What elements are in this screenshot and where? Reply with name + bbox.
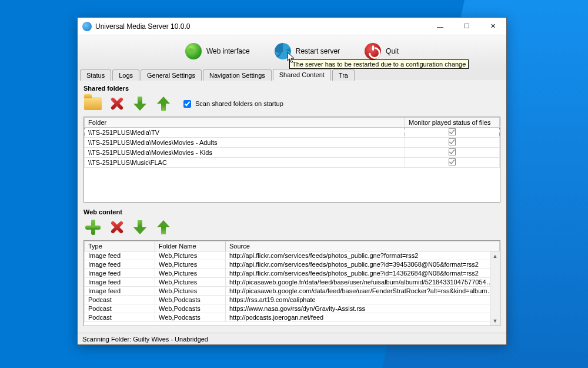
cell-folder[interactable]: Web,Podcasts <box>155 313 226 322</box>
minimize-button[interactable]: — <box>427 18 453 35</box>
scroll-up-button[interactable]: ▲ <box>491 251 500 261</box>
x-icon <box>108 95 125 112</box>
col-folder[interactable]: Folder <box>85 118 405 128</box>
folder-icon <box>84 97 102 110</box>
cell-folder[interactable]: Web,Pictures <box>155 260 226 269</box>
move-up-button[interactable] <box>154 94 173 113</box>
tab-shared-content[interactable]: Shared Content <box>273 69 331 81</box>
scan-on-startup-label: Scan shared folders on startup <box>195 100 283 107</box>
cell-type[interactable]: Podcast <box>85 304 155 313</box>
web-content-table[interactable]: Type Folder Name Source Image feedWeb,Pi… <box>83 240 500 326</box>
tooltip: The server has to be restarted due to a … <box>289 59 469 69</box>
scrollbar[interactable]: ▲ ▼ <box>490 251 500 326</box>
web-content-label: Web content <box>83 208 500 216</box>
table-row[interactable]: Image feedWeb,Pictureshttp://picasaweb.g… <box>85 278 500 287</box>
tab-general-settings[interactable]: General Settings <box>141 69 202 81</box>
cell-source[interactable]: https://rss.art19.com/caliphate <box>226 296 500 304</box>
cell-folder[interactable]: Web,Pictures <box>155 251 226 260</box>
monitor-checkbox[interactable] <box>405 158 500 168</box>
cell-folder[interactable]: Web,Pictures <box>155 287 226 296</box>
add-web-button[interactable] <box>83 218 102 237</box>
add-folder-button[interactable] <box>83 94 102 113</box>
titlebar[interactable]: Universal Media Server 10.0.0 — ☐ ✕ <box>78 18 506 35</box>
quit-button[interactable]: Quit <box>361 41 402 62</box>
cell-source[interactable]: http://picasaweb.google.com/data/feed/ba… <box>226 287 500 296</box>
web-interface-button[interactable]: Web interface <box>182 41 253 62</box>
tab-navigation-settings[interactable]: Navigation Settings <box>203 69 272 81</box>
cell-folder[interactable]: Web,Pictures <box>155 278 226 287</box>
table-row[interactable]: Image feedWeb,Pictureshttp://api.flickr.… <box>85 251 500 260</box>
cell-source[interactable]: http://api.flickr.com/services/feeds/pho… <box>226 260 500 269</box>
restart-server-button[interactable]: Restart server <box>271 41 343 62</box>
refresh-icon <box>275 43 291 59</box>
monitor-checkbox[interactable] <box>405 148 500 158</box>
window-title: Universal Media Server 10.0.0 <box>95 22 427 31</box>
web-interface-label: Web interface <box>206 47 250 55</box>
app-window: Universal Media Server 10.0.0 — ☐ ✕ Web … <box>77 17 507 345</box>
statusbar: Scanning Folder: Guilty Wives - Unabridg… <box>78 333 506 344</box>
shared-folders-table[interactable]: Folder Monitor played status of files \\… <box>83 117 500 203</box>
cell-folder[interactable]: Web,Podcasts <box>155 296 226 304</box>
x-icon <box>108 219 125 236</box>
remove-web-button[interactable] <box>107 218 126 237</box>
table-row[interactable]: PodcastWeb,Podcastshttps://rss.art19.com… <box>85 296 500 304</box>
table-row[interactable]: \\TS-251PLUS\Media\Movies\Movies - Adult… <box>85 138 500 148</box>
web-content-toolbar <box>83 218 500 237</box>
arrow-up-icon <box>156 95 171 112</box>
app-icon <box>82 22 92 31</box>
col-type[interactable]: Type <box>85 241 155 251</box>
folder-path[interactable]: \\TS-251PLUS\Media\Movies\Movies - Kids <box>85 148 405 158</box>
tab-bar: Status Logs General Settings Navigation … <box>78 67 506 80</box>
col-folder-name[interactable]: Folder Name <box>155 241 226 251</box>
cell-type[interactable]: Image feed <box>85 269 155 278</box>
folder-path[interactable]: \\TS-251PLUS\Music\FLAC <box>85 158 405 168</box>
table-row[interactable]: PodcastWeb,Podcastshttp://podcasts.joero… <box>85 313 500 322</box>
scroll-down-button[interactable]: ▼ <box>491 316 500 326</box>
maximize-button[interactable]: ☐ <box>453 18 480 35</box>
cell-source[interactable]: http://podcasts.joerogan.net/feed <box>226 313 500 322</box>
globe-icon <box>185 43 202 59</box>
cell-source[interactable]: http://api.flickr.com/services/feeds/pho… <box>226 251 500 260</box>
cell-source[interactable]: http://api.flickr.com/services/feeds/pho… <box>226 269 500 278</box>
cell-type[interactable]: Image feed <box>85 278 155 287</box>
table-row[interactable]: PodcastWeb,Podcastshttps://www.nasa.gov/… <box>85 304 500 313</box>
col-monitor[interactable]: Monitor played status of files <box>405 118 500 128</box>
cell-type[interactable]: Image feed <box>85 260 155 269</box>
cell-folder[interactable]: Web,Podcasts <box>155 304 226 313</box>
close-button[interactable]: ✕ <box>480 18 506 35</box>
cell-type[interactable]: Image feed <box>85 251 155 260</box>
folder-path[interactable]: \\TS-251PLUS\Media\TV <box>85 128 405 138</box>
table-row[interactable]: Image feedWeb,Pictureshttp://picasaweb.g… <box>85 287 500 296</box>
restart-label: Restart server <box>296 47 340 55</box>
tab-logs[interactable]: Logs <box>112 69 139 81</box>
cell-type[interactable]: Podcast <box>85 313 155 322</box>
web-move-down-button[interactable] <box>131 218 149 237</box>
table-row[interactable]: Image feedWeb,Pictureshttp://api.flickr.… <box>85 260 500 269</box>
table-row[interactable]: Image feedWeb,Pictureshttp://api.flickr.… <box>85 269 500 278</box>
monitor-checkbox[interactable] <box>405 128 500 138</box>
cell-folder[interactable]: Web,Pictures <box>155 269 226 278</box>
scan-on-startup-input[interactable] <box>183 100 191 108</box>
cell-type[interactable]: Image feed <box>85 287 155 296</box>
table-row[interactable]: \\TS-251PLUS\Music\FLAC <box>85 158 500 168</box>
cell-type[interactable]: Podcast <box>85 296 155 304</box>
status-text: Scanning Folder: Guilty Wives - Unabridg… <box>82 336 208 343</box>
shared-folders-label: Shared folders <box>83 85 500 92</box>
power-icon <box>365 43 381 59</box>
table-row[interactable]: \\TS-251PLUS\Media\TV <box>85 128 500 138</box>
cell-source[interactable]: http://picasaweb.google.fr/data/feed/bas… <box>226 278 500 287</box>
tab-transcoding[interactable]: Tra <box>332 69 355 81</box>
folder-path[interactable]: \\TS-251PLUS\Media\Movies\Movies - Adult… <box>85 138 405 148</box>
cell-source[interactable]: https://www.nasa.gov/rss/dyn/Gravity-Ass… <box>226 304 500 313</box>
remove-folder-button[interactable] <box>107 94 126 113</box>
table-row[interactable]: \\TS-251PLUS\Media\Movies\Movies - Kids <box>85 148 500 158</box>
shared-folders-toolbar: Scan shared folders on startup <box>83 94 500 113</box>
arrow-down-icon <box>132 95 148 112</box>
col-source[interactable]: Source <box>226 241 500 251</box>
move-down-button[interactable] <box>131 94 149 113</box>
main-toolbar: Web interface Restart server Quit The se… <box>78 35 506 67</box>
monitor-checkbox[interactable] <box>405 138 500 148</box>
web-move-up-button[interactable] <box>154 218 173 237</box>
scan-on-startup-checkbox[interactable]: Scan shared folders on startup <box>181 98 283 110</box>
tab-status[interactable]: Status <box>80 69 111 81</box>
